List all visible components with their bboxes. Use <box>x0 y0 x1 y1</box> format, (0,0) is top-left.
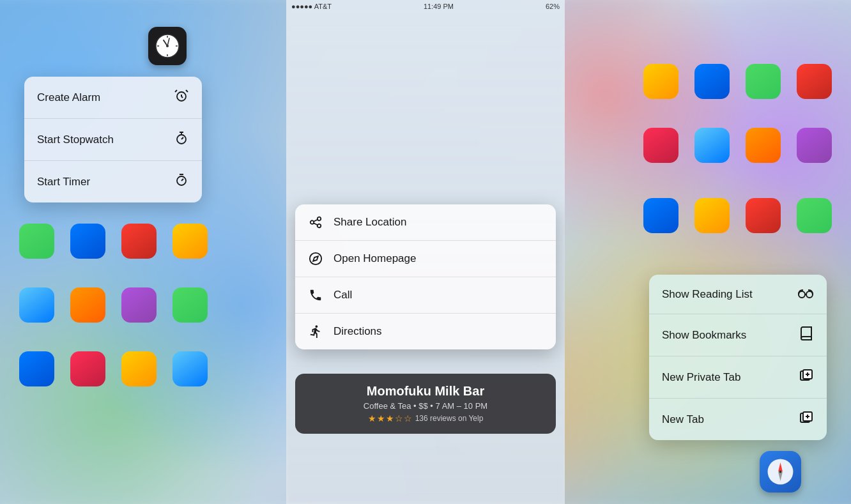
app-icon-r10[interactable] <box>746 198 781 233</box>
share-location-icon <box>307 213 325 231</box>
clock-context-menu: Create Alarm Start Stopwatch Start Timer <box>24 77 202 202</box>
open-homepage-label: Open Homepage <box>334 252 416 265</box>
safari-compass-svg <box>766 457 795 486</box>
svg-point-17 <box>310 253 321 264</box>
maps-directions[interactable]: Directions <box>295 314 556 349</box>
app-icon-r12[interactable] <box>643 198 678 233</box>
safari-context-menu: Show Reading List Show Bookmarks New Pri… <box>649 275 827 440</box>
clock-face-svg <box>155 33 180 59</box>
safari-new-tab[interactable]: New Tab <box>649 399 827 440</box>
signal-strength: ●●●●● AT&T <box>291 3 332 10</box>
compass-icon <box>307 250 325 268</box>
clock-stopwatch-label: Start Stopwatch <box>37 134 114 146</box>
phone-content: ●●●●● AT&T 11:49 PM 62% Share Location <box>286 0 565 504</box>
app-icon-r6[interactable] <box>746 128 781 163</box>
phone-frame: ●●●●● AT&T 11:49 PM 62% Share Location <box>286 0 565 504</box>
app-icon-r11[interactable] <box>694 198 730 233</box>
app-icon-r1[interactable] <box>797 64 832 99</box>
app-icon-4[interactable] <box>172 224 208 259</box>
battery-display: 62% <box>546 3 560 10</box>
place-name: Momofuku Milk Bar <box>307 384 544 399</box>
book-icon <box>799 326 814 344</box>
new-tab-label: New Tab <box>662 413 704 426</box>
safari-show-reading-list[interactable]: Show Reading List <box>649 275 827 314</box>
call-label: Call <box>334 289 352 302</box>
clock-alarm-label: Create Alarm <box>37 91 100 104</box>
reviews-count: 136 reviews on Yelp <box>415 414 484 423</box>
safari-dock-icon[interactable] <box>760 451 801 493</box>
clock-menu-item-alarm[interactable]: Create Alarm <box>24 77 202 119</box>
app-icon-5[interactable] <box>19 287 54 323</box>
clock-menu-item-timer[interactable]: Start Timer <box>24 161 202 202</box>
maps-context-menu: Share Location Open Homepage Call <box>295 204 556 349</box>
new-tab-icon <box>799 410 814 429</box>
app-icon-9[interactable] <box>19 351 54 386</box>
svg-line-10 <box>181 96 183 98</box>
app-icon-r7[interactable] <box>694 128 730 163</box>
svg-line-14 <box>181 137 183 139</box>
private-tab-icon <box>799 368 814 386</box>
glasses-icon <box>797 286 814 302</box>
svg-point-32 <box>779 471 782 473</box>
app-icon-1[interactable] <box>19 224 54 259</box>
app-icon-8[interactable] <box>172 287 208 323</box>
stopwatch-icon <box>174 130 189 149</box>
timer-icon <box>174 172 189 191</box>
app-icon-r4[interactable] <box>643 64 678 99</box>
stars: ★★★☆☆ <box>368 413 413 424</box>
app-icon-6[interactable] <box>70 287 105 323</box>
directions-label: Directions <box>334 325 382 338</box>
app-icon-11[interactable] <box>121 351 157 386</box>
battery-percentage: 62% <box>546 3 560 10</box>
place-rating: ★★★☆☆ 136 reviews on Yelp <box>307 413 544 424</box>
clock-timer-label: Start Timer <box>37 176 90 188</box>
app-icon-r9[interactable] <box>797 198 832 233</box>
reading-list-label: Show Reading List <box>662 288 753 301</box>
new-private-tab-label: New Private Tab <box>662 371 740 384</box>
maps-share-location[interactable]: Share Location <box>295 204 556 241</box>
app-icon-2[interactable] <box>70 224 105 259</box>
place-details: Coffee & Tea • $$ • 7 AM – 10 PM <box>307 401 544 411</box>
app-icon-3[interactable] <box>121 224 157 259</box>
safari-new-private-tab[interactable]: New Private Tab <box>649 356 827 399</box>
svg-point-7 <box>166 45 169 47</box>
clock-app-icon[interactable] <box>148 27 187 65</box>
time-display: 11:49 PM <box>424 3 454 10</box>
phone-icon <box>307 286 325 304</box>
app-icon-r3[interactable] <box>694 64 730 99</box>
share-location-label: Share Location <box>334 216 406 229</box>
app-icon-12[interactable] <box>172 351 208 386</box>
app-icon-r8[interactable] <box>643 128 678 163</box>
directions-icon <box>307 323 325 340</box>
app-icon-r2[interactable] <box>746 64 781 99</box>
app-icon-10[interactable] <box>70 351 105 386</box>
status-bar: ●●●●● AT&T 11:49 PM 62% <box>286 0 565 13</box>
bookmarks-label: Show Bookmarks <box>662 329 746 342</box>
app-icon-7[interactable] <box>121 287 157 323</box>
maps-call[interactable]: Call <box>295 277 556 314</box>
clock-menu-item-stopwatch[interactable]: Start Stopwatch <box>24 119 202 161</box>
maps-open-homepage[interactable]: Open Homepage <box>295 241 556 277</box>
place-card[interactable]: Momofuku Milk Bar Coffee & Tea • $$ • 7 … <box>295 374 556 434</box>
app-icon-r5[interactable] <box>797 128 832 163</box>
alarm-icon <box>174 88 189 107</box>
safari-show-bookmarks[interactable]: Show Bookmarks <box>649 314 827 356</box>
